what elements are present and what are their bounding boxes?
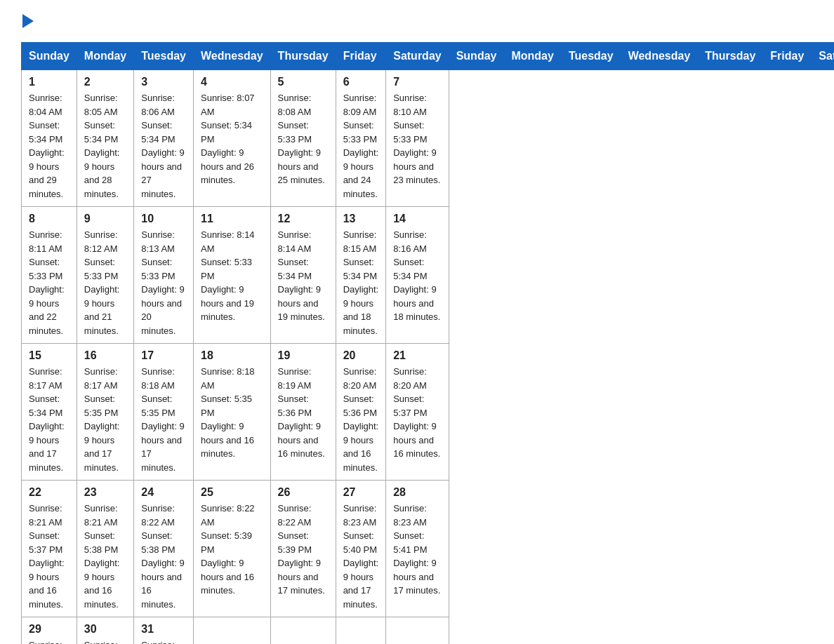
week-row-1: 1Sunrise: 8:04 AMSunset: 5:34 PMDaylight… <box>22 70 835 207</box>
table-row: 5Sunrise: 8:08 AMSunset: 5:33 PMDaylight… <box>270 70 336 207</box>
day-number: 8 <box>29 213 70 225</box>
day-info: Sunrise: 8:18 AMSunset: 5:35 PMDaylight:… <box>201 365 263 461</box>
header-saturday: Saturday <box>386 43 449 70</box>
day-info: Sunrise: 8:08 AMSunset: 5:33 PMDaylight:… <box>278 91 329 187</box>
header-monday: Monday <box>504 43 561 70</box>
table-row: 13Sunrise: 8:15 AMSunset: 5:34 PMDayligh… <box>336 207 386 344</box>
day-info: Sunrise: 8:15 AMSunset: 5:34 PMDaylight:… <box>343 228 379 337</box>
header-wednesday: Wednesday <box>193 43 270 70</box>
day-number: 12 <box>278 213 329 225</box>
day-info: Sunrise: 8:23 AMSunset: 5:40 PMDaylight:… <box>343 502 379 611</box>
day-info: Sunrise: 8:16 AMSunset: 5:34 PMDaylight:… <box>393 228 441 324</box>
day-info: Sunrise: 8:05 AMSunset: 5:34 PMDaylight:… <box>84 91 126 201</box>
header-monday: Monday <box>77 43 133 70</box>
table-row: 25Sunrise: 8:22 AMSunset: 5:39 PMDayligh… <box>193 481 270 617</box>
table-row: 27Sunrise: 8:23 AMSunset: 5:40 PMDayligh… <box>336 481 386 617</box>
day-number: 18 <box>201 349 263 362</box>
day-info: Sunrise: 8:23 AMSunset: 5:41 PMDaylight:… <box>29 638 70 644</box>
day-info: Sunrise: 8:19 AMSunset: 5:36 PMDaylight:… <box>278 365 329 461</box>
table-row: 16Sunrise: 8:17 AMSunset: 5:35 PMDayligh… <box>77 344 133 481</box>
table-row: 20Sunrise: 8:20 AMSunset: 5:36 PMDayligh… <box>336 344 386 481</box>
table-row <box>336 617 386 645</box>
day-info: Sunrise: 8:11 AMSunset: 5:33 PMDaylight:… <box>29 228 70 337</box>
day-info: Sunrise: 8:23 AMSunset: 5:41 PMDaylight:… <box>393 502 441 598</box>
calendar-table: SundayMondayTuesdayWednesdayThursdayFrid… <box>21 42 834 644</box>
day-number: 23 <box>84 486 126 499</box>
header-saturday: Saturday <box>812 43 834 70</box>
day-number: 27 <box>343 486 379 499</box>
header-thursday: Thursday <box>270 43 336 70</box>
day-number: 1 <box>29 76 70 88</box>
day-info: Sunrise: 8:20 AMSunset: 5:36 PMDaylight:… <box>343 365 379 474</box>
header-tuesday: Tuesday <box>561 43 621 70</box>
day-number: 7 <box>393 76 441 88</box>
day-number: 21 <box>393 349 441 362</box>
day-info: Sunrise: 8:23 AMSunset: 5:42 PMDaylight:… <box>84 638 126 644</box>
table-row: 22Sunrise: 8:21 AMSunset: 5:37 PMDayligh… <box>22 481 77 617</box>
header-sunday: Sunday <box>22 43 77 70</box>
day-info: Sunrise: 8:13 AMSunset: 5:33 PMDaylight:… <box>141 228 186 337</box>
header-friday: Friday <box>336 43 386 70</box>
table-row: 21Sunrise: 8:20 AMSunset: 5:37 PMDayligh… <box>386 344 449 481</box>
table-row: 1Sunrise: 8:04 AMSunset: 5:34 PMDaylight… <box>22 70 77 207</box>
day-number: 6 <box>343 76 379 88</box>
table-row: 24Sunrise: 8:22 AMSunset: 5:38 PMDayligh… <box>134 481 194 617</box>
table-row: 29Sunrise: 8:23 AMSunset: 5:41 PMDayligh… <box>22 617 77 645</box>
day-number: 5 <box>278 76 329 88</box>
day-number: 10 <box>141 213 186 225</box>
day-number: 4 <box>201 76 263 88</box>
day-number: 24 <box>141 486 186 499</box>
day-number: 13 <box>343 213 379 225</box>
day-number: 16 <box>84 349 126 362</box>
day-info: Sunrise: 8:22 AMSunset: 5:38 PMDaylight:… <box>141 502 186 611</box>
table-row: 18Sunrise: 8:18 AMSunset: 5:35 PMDayligh… <box>193 344 270 481</box>
week-row-3: 15Sunrise: 8:17 AMSunset: 5:34 PMDayligh… <box>22 344 835 481</box>
day-number: 31 <box>141 623 186 636</box>
day-number: 30 <box>84 623 126 636</box>
logo-arrow-icon <box>22 14 34 28</box>
day-number: 15 <box>29 349 70 362</box>
day-info: Sunrise: 8:22 AMSunset: 5:39 PMDaylight:… <box>201 502 263 598</box>
day-info: Sunrise: 8:14 AMSunset: 5:33 PMDaylight:… <box>201 228 263 324</box>
day-info: Sunrise: 8:21 AMSunset: 5:38 PMDaylight:… <box>84 502 126 611</box>
logo <box>21 14 34 29</box>
day-number: 19 <box>278 349 329 362</box>
page-header <box>21 14 813 29</box>
header-thursday: Thursday <box>698 43 763 70</box>
header-wednesday: Wednesday <box>621 43 698 70</box>
week-row-5: 29Sunrise: 8:23 AMSunset: 5:41 PMDayligh… <box>22 617 835 645</box>
table-row: 23Sunrise: 8:21 AMSunset: 5:38 PMDayligh… <box>77 481 133 617</box>
table-row: 6Sunrise: 8:09 AMSunset: 5:33 PMDaylight… <box>336 70 386 207</box>
table-row: 8Sunrise: 8:11 AMSunset: 5:33 PMDaylight… <box>22 207 77 344</box>
week-row-4: 22Sunrise: 8:21 AMSunset: 5:37 PMDayligh… <box>22 481 835 617</box>
day-number: 2 <box>84 76 126 88</box>
day-number: 3 <box>141 76 186 88</box>
day-info: Sunrise: 8:07 AMSunset: 5:34 PMDaylight:… <box>201 91 263 187</box>
day-info: Sunrise: 8:20 AMSunset: 5:37 PMDaylight:… <box>393 365 441 461</box>
table-row: 7Sunrise: 8:10 AMSunset: 5:33 PMDaylight… <box>386 70 449 207</box>
header-tuesday: Tuesday <box>134 43 194 70</box>
day-number: 28 <box>393 486 441 499</box>
table-row: 12Sunrise: 8:14 AMSunset: 5:34 PMDayligh… <box>270 207 336 344</box>
day-info: Sunrise: 8:17 AMSunset: 5:34 PMDaylight:… <box>29 365 70 474</box>
day-info: Sunrise: 8:22 AMSunset: 5:39 PMDaylight:… <box>278 502 329 598</box>
calendar-header-row: SundayMondayTuesdayWednesdayThursdayFrid… <box>22 43 835 70</box>
table-row: 31Sunrise: 8:24 AMSunset: 5:43 PMDayligh… <box>134 617 194 645</box>
day-info: Sunrise: 8:09 AMSunset: 5:33 PMDaylight:… <box>343 91 379 201</box>
day-number: 22 <box>29 486 70 499</box>
day-info: Sunrise: 8:10 AMSunset: 5:33 PMDaylight:… <box>393 91 441 187</box>
table-row: 4Sunrise: 8:07 AMSunset: 5:34 PMDaylight… <box>193 70 270 207</box>
table-row: 10Sunrise: 8:13 AMSunset: 5:33 PMDayligh… <box>134 207 194 344</box>
day-number: 20 <box>343 349 379 362</box>
day-info: Sunrise: 8:24 AMSunset: 5:43 PMDaylight:… <box>141 638 186 644</box>
day-info: Sunrise: 8:06 AMSunset: 5:34 PMDaylight:… <box>141 91 186 201</box>
day-info: Sunrise: 8:14 AMSunset: 5:34 PMDaylight:… <box>278 228 329 324</box>
table-row: 15Sunrise: 8:17 AMSunset: 5:34 PMDayligh… <box>22 344 77 481</box>
table-row: 17Sunrise: 8:18 AMSunset: 5:35 PMDayligh… <box>134 344 194 481</box>
table-row <box>270 617 336 645</box>
table-row: 9Sunrise: 8:12 AMSunset: 5:33 PMDaylight… <box>77 207 133 344</box>
table-row: 11Sunrise: 8:14 AMSunset: 5:33 PMDayligh… <box>193 207 270 344</box>
day-number: 14 <box>393 213 441 225</box>
day-number: 9 <box>84 213 126 225</box>
day-info: Sunrise: 8:18 AMSunset: 5:35 PMDaylight:… <box>141 365 186 474</box>
